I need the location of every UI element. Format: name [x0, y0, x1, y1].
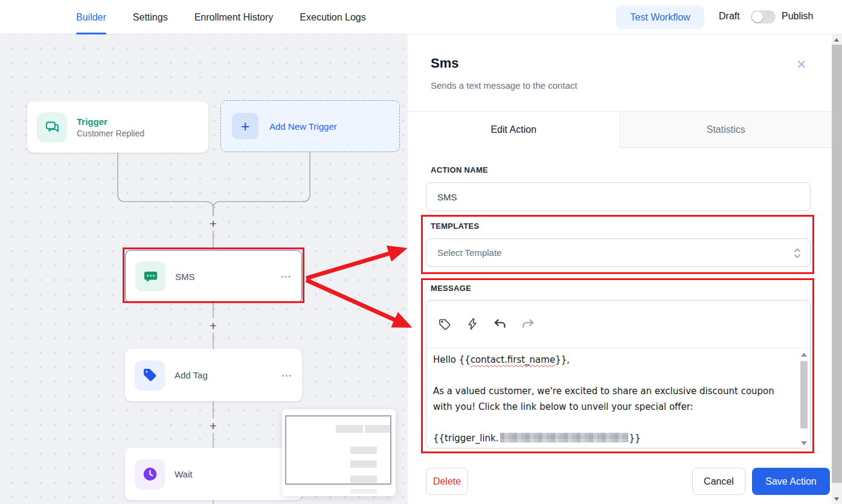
sms-node-menu-icon[interactable]: •••	[281, 273, 292, 280]
publish-toggle[interactable]	[751, 10, 776, 24]
minimap-node-bar	[350, 489, 377, 494]
add-tag-node-label: Add Tag	[175, 370, 208, 380]
action-name-input[interactable]	[426, 182, 811, 211]
template-select[interactable]: Select Template	[426, 238, 811, 267]
add-tag-node-menu-icon[interactable]: •••	[281, 372, 292, 379]
save-action-button[interactable]: Save Action	[752, 468, 830, 495]
add-tag-node[interactable]: Add Tag •••	[125, 349, 302, 401]
add-new-trigger-button[interactable]: + Add New Trigger	[220, 100, 400, 152]
workflow-canvas[interactable]: Trigger Customer Replied + Add New Trigg…	[0, 34, 408, 504]
minimap-node-bar	[350, 476, 377, 483]
trigger-node-title: Trigger	[77, 116, 144, 127]
undo-icon[interactable]	[493, 317, 507, 331]
scroll-up-arrow-icon[interactable]	[801, 352, 807, 357]
window-scrollbar-thumb[interactable]	[832, 45, 842, 483]
publish-label: Publish	[782, 11, 813, 22]
merge-tag-icon[interactable]	[437, 317, 452, 331]
workflow-nav-tabs: Builder Settings Enrollment History Exec…	[76, 0, 366, 34]
tab-enrollment-history[interactable]: Enrollment History	[194, 0, 274, 34]
textarea-scrollbar-thumb[interactable]	[800, 361, 808, 429]
close-icon[interactable]: ✕	[796, 57, 807, 72]
trigger-node-subtitle: Customer Replied	[77, 129, 144, 138]
sms-bubble-icon	[135, 261, 166, 292]
templates-label: TEMPLATES	[431, 222, 479, 231]
trigger-link-prefix: {{trigger_link.	[433, 433, 499, 444]
template-select-placeholder: Select Template	[437, 247, 501, 258]
tab-builder[interactable]: Builder	[76, 0, 106, 34]
minimap-node-bar	[350, 447, 377, 454]
toggle-knob	[752, 11, 763, 22]
minimap-node-bar	[365, 425, 390, 433]
wait-node[interactable]: Wait	[125, 448, 302, 500]
cancel-button[interactable]: Cancel	[692, 468, 745, 495]
message-editor: Hello {{contact.first_name}}, As a value…	[426, 300, 811, 448]
panel-tabs: Edit Action Statistics	[408, 111, 832, 148]
message-merge-variable: contact.first_name	[471, 354, 555, 365]
tag-icon	[135, 360, 165, 391]
message-label: MESSAGE	[431, 284, 471, 293]
window-scrollbar[interactable]	[832, 34, 842, 504]
sms-node[interactable]: SMS •••	[125, 250, 302, 303]
scrollbar-up-arrow-icon[interactable]	[832, 34, 842, 45]
minimap-node-bar	[336, 425, 363, 433]
add-step-plus-icon[interactable]: +	[206, 318, 220, 333]
sms-node-label: SMS	[175, 272, 195, 282]
add-step-plus-icon[interactable]: +	[206, 216, 220, 231]
scrollbar-down-arrow-icon[interactable]	[832, 494, 842, 504]
canvas-minimap[interactable]	[282, 409, 396, 496]
tab-edit-action[interactable]: Edit Action	[408, 112, 620, 148]
add-step-plus-icon[interactable]: +	[206, 418, 220, 433]
redacted-link-value	[500, 433, 628, 442]
message-textarea[interactable]: Hello {{contact.first_name}}, As a value…	[426, 348, 810, 448]
trigger-node[interactable]: Trigger Customer Replied	[27, 101, 208, 153]
message-body-text: As a valued customer, we're excited to s…	[433, 386, 774, 412]
tab-settings[interactable]: Settings	[133, 0, 168, 34]
panel-subtitle: Sends a text message to the contact	[431, 80, 577, 91]
wait-node-label: Wait	[175, 469, 192, 479]
tab-execution-logs[interactable]: Execution Logs	[300, 0, 365, 34]
chat-bubbles-icon	[37, 112, 67, 142]
action-name-label: ACTION NAME	[431, 165, 488, 174]
action-settings-panel: Sms Sends a text message to the contact …	[408, 34, 832, 504]
message-greeting-prefix: Hello {{	[433, 354, 471, 365]
add-new-trigger-label: Add New Trigger	[269, 121, 337, 132]
tab-statistics[interactable]: Statistics	[620, 112, 832, 148]
trigger-link-suffix: }}	[629, 433, 641, 444]
custom-values-lightning-icon[interactable]	[465, 317, 480, 331]
panel-title: Sms	[431, 56, 458, 71]
textarea-scrollbar[interactable]	[800, 350, 809, 447]
plus-icon: +	[232, 113, 259, 139]
draft-label: Draft	[719, 11, 740, 22]
scroll-down-arrow-icon[interactable]	[801, 441, 807, 445]
delete-button[interactable]: Delete	[426, 468, 468, 495]
redo-icon[interactable]	[521, 317, 535, 331]
chevron-up-down-icon	[793, 246, 802, 263]
message-greeting-suffix: }},	[555, 354, 570, 365]
minimap-node-bar	[350, 461, 377, 468]
message-editor-toolbar	[426, 301, 810, 348]
top-navigation-bar: Builder Settings Enrollment History Exec…	[0, 0, 842, 34]
trigger-node-text: Trigger Customer Replied	[77, 116, 144, 138]
test-workflow-button[interactable]: Test Workflow	[616, 5, 704, 29]
clock-icon	[135, 459, 165, 490]
